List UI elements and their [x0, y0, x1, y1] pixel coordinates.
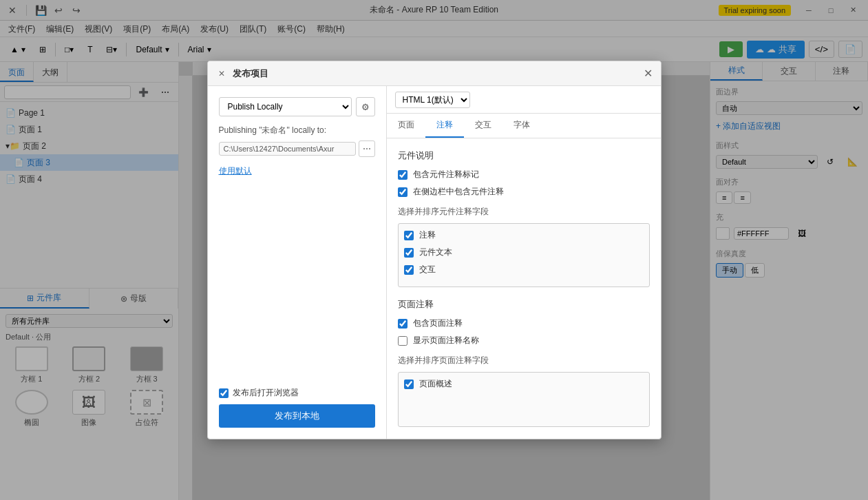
- publish-info: Publishing "未命名" locally to: C:\Users\12…: [219, 125, 375, 157]
- modal-left-bottom: 发布后打开浏览器 发布到本地: [219, 387, 375, 428]
- tab-modal-annotation[interactable]: 注释: [425, 114, 464, 138]
- publish-local-button[interactable]: 发布到本地: [219, 404, 375, 428]
- annotation-field-item: 元件文本: [404, 247, 644, 258]
- include-sidebar-label: 在侧边栏中包含元件注释: [413, 186, 504, 198]
- publish-path: C:\Users\12427\Documents\Axur: [219, 142, 356, 156]
- field-interaction-checkbox[interactable]: [404, 265, 414, 275]
- tab-modal-pages[interactable]: 页面: [387, 114, 425, 138]
- field-interaction-label: 交互: [419, 264, 436, 275]
- page-fields-list: 页面概述: [398, 372, 650, 427]
- publish-modal: ✕ 发布项目 ✕ Publish Locally ⚙ Publishing "未…: [207, 61, 661, 439]
- modal-left: Publish Locally ⚙ Publishing "未命名" local…: [208, 86, 387, 439]
- field-annotation-checkbox[interactable]: [404, 231, 414, 240]
- show-names-checkbox[interactable]: [398, 336, 407, 346]
- modal-close-button[interactable]: ✕: [644, 67, 653, 80]
- include-page-label: 包含页面注释: [413, 317, 463, 329]
- include-sidebar-row: 在侧边栏中包含元件注释: [398, 186, 650, 198]
- page-field-label: 页面概述: [419, 378, 452, 390]
- open-browser-row: 发布后打开浏览器: [219, 387, 375, 399]
- path-row: C:\Users\12427\Documents\Axur ⋯: [219, 140, 375, 157]
- modal-body: Publish Locally ⚙ Publishing "未命名" local…: [208, 86, 661, 439]
- modal-right-body: 元件说明 包含元件注释标记 在侧边栏中包含元件注释 选择并排序元件注释字段 注释: [387, 138, 661, 439]
- show-names-row: 显示页面注释名称: [398, 335, 650, 346]
- tab-modal-font[interactable]: 字体: [502, 114, 541, 138]
- page-field-item: 页面概述: [404, 378, 644, 390]
- include-sidebar-checkbox[interactable]: [398, 187, 407, 197]
- annotation-fields-list: 注释 元件文本 交互: [398, 223, 650, 287]
- field-text-label: 元件文本: [419, 247, 452, 258]
- include-page-row: 包含页面注释: [398, 317, 650, 329]
- open-browser-checkbox[interactable]: [219, 388, 229, 398]
- use-default-link[interactable]: 使用默认: [219, 165, 375, 177]
- modal-overlay: ✕ 发布项目 ✕ Publish Locally ⚙ Publishing "未…: [0, 0, 868, 500]
- modal-right: HTML 1(默认) 页面 注释 交互 字体 元件说明 包含元件注释标记: [387, 86, 661, 439]
- modal-x-icon: ✕: [216, 68, 227, 79]
- include-labels-row: 包含元件注释标记: [398, 169, 650, 180]
- modal-right-tabs: 页面 注释 交互 字体: [387, 114, 661, 138]
- select-fields-label: 选择并排序元件注释字段: [398, 206, 650, 218]
- publish-settings-icon[interactable]: ⚙: [356, 97, 375, 116]
- include-page-checkbox[interactable]: [398, 319, 407, 329]
- page-annotation-title: 页面注释: [398, 298, 650, 311]
- path-browse-button[interactable]: ⋯: [359, 140, 375, 157]
- page-field-checkbox[interactable]: [404, 379, 414, 389]
- modal-header: ✕ 发布项目 ✕: [208, 61, 661, 86]
- annotation-field-item: 注释: [404, 229, 644, 241]
- field-text-checkbox[interactable]: [404, 248, 414, 258]
- tab-modal-interaction[interactable]: 交互: [464, 114, 502, 138]
- publish-row: Publish Locally ⚙: [219, 97, 375, 116]
- modal-title: 发布项目: [233, 67, 268, 80]
- page-fields-label: 选择并排序页面注释字段: [398, 355, 650, 366]
- annotation-field-item: 交互: [404, 264, 644, 275]
- modal-right-header: HTML 1(默认): [387, 86, 661, 114]
- include-labels-checkbox[interactable]: [398, 170, 407, 180]
- annotation-section-title: 元件说明: [398, 149, 650, 162]
- path-label: Publishing "未命名" locally to:: [219, 125, 375, 136]
- include-labels-label: 包含元件注释标记: [413, 169, 479, 180]
- html-select[interactable]: HTML 1(默认): [395, 92, 470, 108]
- publish-select[interactable]: Publish Locally: [219, 97, 352, 116]
- field-annotation-label: 注释: [419, 229, 436, 241]
- show-names-label: 显示页面注释名称: [413, 335, 479, 346]
- page-annotation-section: 页面注释 包含页面注释 显示页面注释名称 选择并排序页面注释字段: [398, 298, 650, 427]
- open-browser-label: 发布后打开浏览器: [233, 387, 299, 399]
